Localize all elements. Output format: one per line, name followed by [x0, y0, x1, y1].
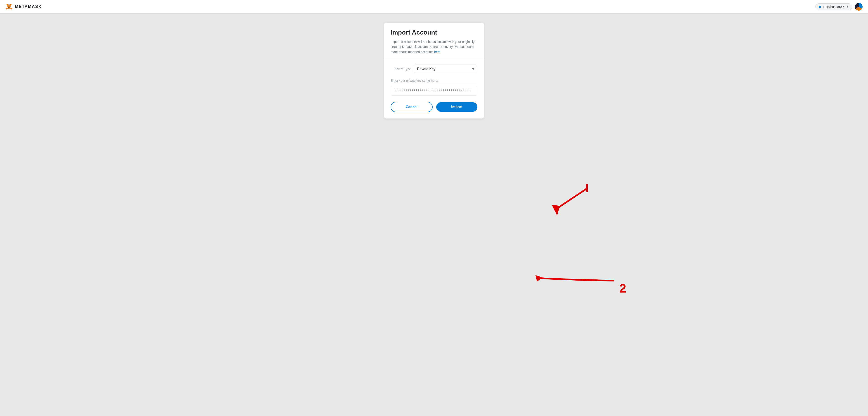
dialog-body: Select Type Private Key JSON File ▼ Ente… — [384, 59, 484, 118]
action-buttons-row: Cancel Import — [391, 102, 477, 112]
dialog-title: Import Account — [391, 29, 477, 36]
import-account-dialog: Import Account Imported accounts will no… — [384, 23, 484, 118]
dialog-header: Import Account Imported accounts will no… — [384, 23, 484, 59]
network-chevron-icon: ▼ — [846, 5, 849, 8]
import-button[interactable]: Import — [436, 102, 477, 112]
account-avatar[interactable] — [855, 3, 863, 11]
select-type-label: Select Type — [391, 67, 411, 71]
app-header: METAMASK Localhost:8545 ▼ — [0, 0, 868, 13]
app-title: METAMASK — [15, 4, 42, 9]
logo-area: METAMASK — [5, 3, 42, 10]
cancel-button[interactable]: Cancel — [391, 102, 433, 112]
select-type-row: Select Type Private Key JSON File ▼ — [391, 65, 477, 73]
private-key-input[interactable] — [391, 84, 477, 96]
dialog-description: Imported accounts will not be associated… — [391, 39, 477, 55]
select-type-wrapper: Private Key JSON File ▼ — [414, 65, 477, 73]
header-controls: Localhost:8545 ▼ — [815, 3, 863, 11]
private-key-label: Enter your private key string here: — [391, 79, 477, 82]
type-select[interactable]: Private Key JSON File — [414, 65, 477, 73]
svg-marker-23 — [9, 8, 9, 9]
network-status-dot — [819, 6, 821, 8]
network-selector[interactable]: Localhost:8545 ▼ — [815, 3, 852, 10]
learn-more-link[interactable]: here — [434, 50, 440, 54]
dialog-description-text: Imported accounts will not be associated… — [391, 40, 474, 54]
main-content: Import Account Imported accounts will no… — [0, 13, 868, 416]
network-label: Localhost:8545 — [823, 5, 844, 8]
metamask-logo-icon — [5, 3, 13, 10]
private-key-section: Enter your private key string here: — [391, 79, 477, 96]
